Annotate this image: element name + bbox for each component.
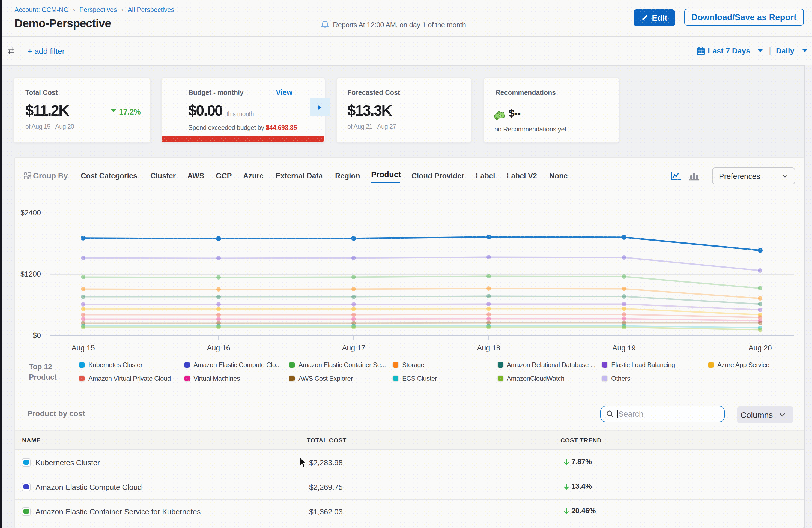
svg-text:Aug 17: Aug 17 (342, 344, 365, 352)
svg-text:Aug 19: Aug 19 (612, 344, 636, 352)
svg-text:$2400: $2400 (20, 209, 41, 217)
svg-text:$1200: $1200 (20, 270, 41, 278)
svg-text:Aug 16: Aug 16 (207, 344, 230, 352)
svg-text:Aug 15: Aug 15 (72, 344, 95, 352)
svg-text:$0: $0 (33, 331, 41, 339)
svg-text:Aug 20: Aug 20 (749, 344, 772, 352)
svg-text:Aug 18: Aug 18 (477, 344, 501, 352)
